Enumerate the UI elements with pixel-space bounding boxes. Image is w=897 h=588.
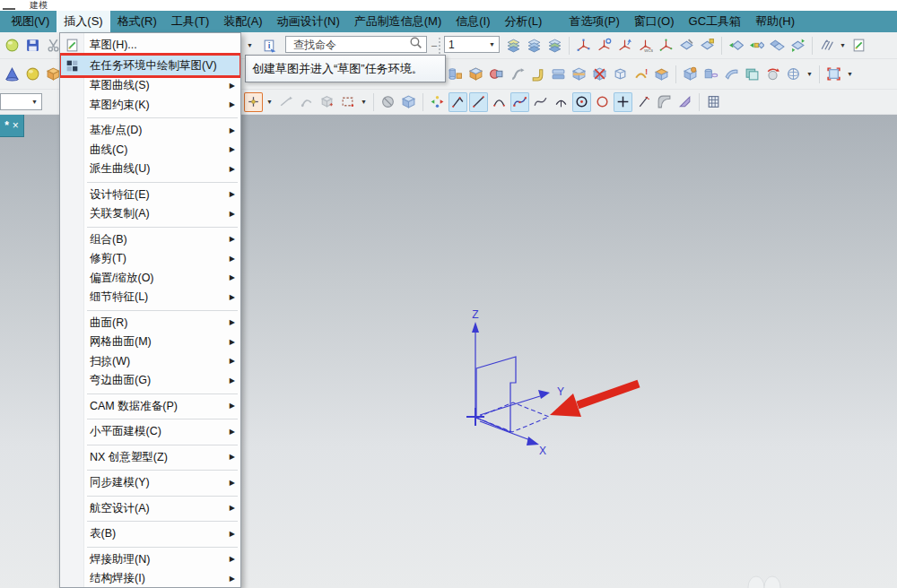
sketch-plane-dashed[interactable] — [476, 402, 549, 432]
menu-item-24[interactable]: 焊接助理(N)▶ — [60, 550, 240, 570]
toolbar-minimize-handle[interactable]: – — [431, 39, 437, 50]
menu-item-18[interactable]: CAM 数据准备(P)▶ — [60, 397, 240, 417]
menu-item-17[interactable]: 弯边曲面(G)▶ — [60, 371, 240, 391]
dropdown-caret[interactable]: ▼ — [265, 99, 274, 105]
wireframe-sphere-icon[interactable] — [784, 65, 803, 84]
menu-item-1[interactable]: 草图(H)... — [60, 35, 240, 55]
menu-item-4[interactable]: 草图约束(K)▶ — [60, 96, 240, 116]
menu-item-10[interactable]: 组合(B)▶ — [60, 230, 240, 250]
origin-marker[interactable] — [466, 408, 484, 426]
menubar-item-7[interactable]: 产品制造信息(M) — [347, 11, 449, 32]
menu-item-13[interactable]: 细节特征(L)▶ — [60, 288, 240, 307]
menubar-item-2[interactable]: 插入(S) — [57, 11, 109, 32]
snap-endpoint-icon[interactable] — [297, 92, 316, 112]
search-icon[interactable] — [408, 35, 423, 54]
unite-icon[interactable] — [466, 65, 485, 84]
cone-icon[interactable] — [3, 65, 22, 84]
studio-spline-icon[interactable] — [510, 92, 529, 112]
datum-axis-icon[interactable] — [747, 36, 766, 56]
snap-inferred-icon[interactable] — [276, 92, 295, 112]
thicken-icon[interactable] — [652, 65, 671, 84]
flange-icon[interactable] — [528, 65, 547, 84]
circle-center-icon[interactable] — [572, 92, 591, 112]
toolbar-drag-handle[interactable] — [439, 38, 443, 54]
shaded-cube-icon[interactable] — [399, 92, 418, 112]
menubar-item-3[interactable]: 格式(R) — [110, 11, 164, 32]
subtract-icon[interactable] — [487, 65, 506, 84]
sketch-line-icon[interactable] — [634, 92, 653, 112]
menu-item-8[interactable]: 设计特征(E)▶ — [60, 186, 240, 205]
datum-csys-grid-icon[interactable] — [788, 36, 807, 56]
stack-icon[interactable] — [743, 65, 762, 84]
menu-item-7[interactable]: 派生曲线(U)▶ — [60, 160, 240, 179]
info-icon[interactable]: i — [260, 36, 279, 56]
sweep-icon[interactable] — [508, 65, 527, 84]
resource-panel-tab[interactable]: * × — [0, 115, 24, 137]
datum-csys-icon[interactable] — [574, 36, 593, 56]
delete-body-icon[interactable] — [590, 65, 609, 84]
menu-item-2[interactable]: 在任务环境中绘制草图(V) — [60, 55, 240, 76]
trim-body-icon[interactable] — [549, 65, 568, 84]
plane-fixed-icon[interactable] — [698, 36, 717, 56]
selection-filter-combo[interactable]: ▼ — [0, 93, 42, 110]
snap-midpoint-icon[interactable] — [318, 92, 336, 112]
fit-curve-icon[interactable] — [531, 92, 550, 112]
rotate-region-icon[interactable] — [763, 65, 782, 84]
close-icon[interactable]: × — [13, 120, 19, 131]
menubar-item-8[interactable]: 信息(I) — [448, 11, 497, 32]
menu-item-3[interactable]: 草图曲线(S)▶ — [60, 76, 240, 96]
menu-item-19[interactable]: 小平面建模(C)▶ — [60, 422, 240, 442]
split-body-icon[interactable] — [570, 65, 588, 84]
chamfer-icon[interactable] — [675, 92, 694, 112]
axis-x[interactable] — [480, 421, 530, 440]
dropdown-caret[interactable]: ▼ — [805, 71, 814, 77]
three-point-arc-icon[interactable] — [552, 92, 570, 112]
shell-icon[interactable] — [611, 65, 630, 84]
fit-view-icon[interactable] — [824, 65, 843, 84]
menu-item-11[interactable]: 修剪(T)▶ — [60, 249, 240, 269]
menu-item-23[interactable]: 表(B)▶ — [60, 524, 240, 544]
menu-item-16[interactable]: 扫掠(W)▶ — [60, 352, 240, 372]
sketch-profile[interactable] — [476, 357, 516, 432]
snap-point-icon[interactable] — [244, 92, 263, 112]
menubar-item-10[interactable]: 首选项(P) — [562, 11, 626, 32]
render-style-icon[interactable] — [379, 92, 397, 112]
grid-icon[interactable] — [704, 92, 723, 112]
csys-dialog-icon[interactable] — [657, 36, 675, 56]
fillet-icon[interactable] — [655, 92, 674, 112]
offset-region-icon[interactable] — [701, 65, 720, 84]
hatch-icon[interactable] — [817, 36, 836, 56]
pattern-curve-icon[interactable] — [428, 92, 447, 112]
sketch-partial-icon[interactable] — [849, 36, 868, 56]
menubar-item-9[interactable]: 分析(L) — [498, 11, 550, 32]
menubar-item-4[interactable]: 工具(T) — [164, 11, 217, 32]
menu-item-6[interactable]: 曲线(C)▶ — [60, 141, 240, 160]
plane-sketch-icon[interactable] — [677, 36, 696, 56]
menu-item-14[interactable]: 曲面(R)▶ — [60, 314, 240, 333]
vector-dialog-icon[interactable] — [615, 36, 634, 56]
dropdown-caret[interactable]: ▼ — [359, 99, 369, 105]
work-layer-combo[interactable]: 1 ▼ — [444, 36, 500, 53]
layer-settings-icon[interactable] — [504, 36, 523, 56]
profile-icon[interactable] — [448, 92, 467, 112]
menu-item-20[interactable]: NX 创意塑型(Z)▶ — [60, 448, 240, 468]
menu-item-15[interactable]: 网格曲面(M)▶ — [60, 333, 240, 352]
menubar-item-13[interactable]: 帮助(H) — [748, 11, 802, 32]
toolbar-overflow-caret[interactable]: ▼ — [245, 42, 255, 48]
move-to-layer-icon[interactable] — [525, 36, 544, 56]
sphere-tool-icon[interactable] — [23, 65, 42, 84]
emboss-icon[interactable]: ! — [631, 65, 650, 84]
revolve-icon[interactable] — [446, 65, 465, 84]
arc-icon[interactable] — [490, 92, 509, 112]
menu-item-21[interactable]: 同步建模(Y)▶ — [60, 473, 240, 493]
wcs-dynamics-icon[interactable]: WCS — [636, 36, 655, 56]
point-dialog-icon[interactable] — [595, 36, 614, 56]
menubar-item-6[interactable]: 动画设计(N) — [270, 11, 347, 32]
dropdown-caret[interactable]: ▼ — [838, 42, 848, 48]
line-icon[interactable] — [469, 92, 488, 112]
move-face-icon[interactable] — [681, 65, 700, 84]
layer-category-icon[interactable] — [545, 36, 564, 56]
datum-plane-icon[interactable] — [727, 36, 745, 56]
menu-item-22[interactable]: 航空设计(A)▶ — [60, 499, 240, 519]
menubar-item-12[interactable]: GC工具箱 — [682, 11, 749, 32]
